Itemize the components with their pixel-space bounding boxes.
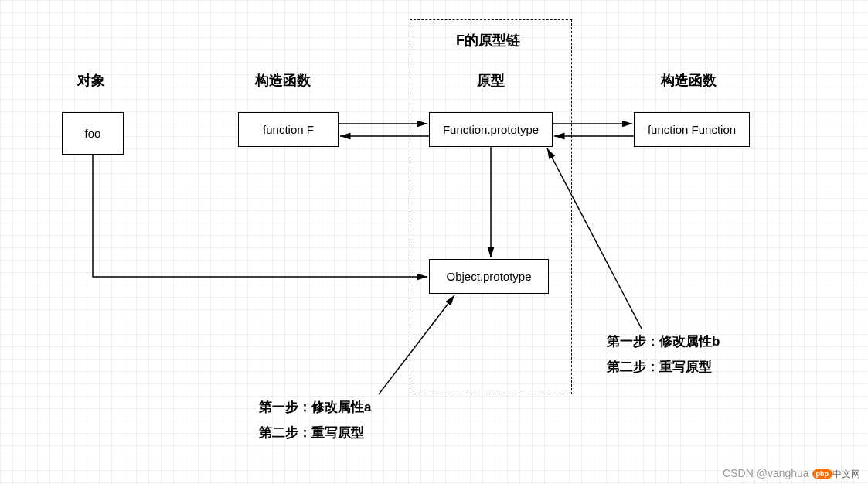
node-function-prototype: Function.prototype [429,112,553,147]
column-header-object: 对象 [77,71,105,90]
watermark-suffix: 中文网 [832,469,860,479]
watermark: CSDN @vanghua php中文网 [723,467,860,481]
watermark-logo: php [812,469,833,479]
annotation-object-prototype-line2: 第二步：重写原型 [259,424,364,441]
node-foo: foo [62,112,124,155]
annotation-function-prototype-line1: 第一步：修改属性b [607,332,720,350]
annotation-function-prototype-line2: 第二步：重写原型 [607,358,712,376]
chain-title: F的原型链 [456,31,520,49]
column-header-prototype: 原型 [477,71,505,90]
node-object-prototype: Object.prototype [429,259,549,294]
annotation-object-prototype-line1: 第一步：修改属性a [259,398,371,416]
node-function-function: function Function [634,112,750,147]
column-header-constructor-1: 构造函数 [255,71,311,90]
column-header-constructor-2: 构造函数 [661,71,717,90]
watermark-csdn: CSDN @vanghua [723,467,809,479]
node-function-f: function F [238,112,339,147]
arrow-foo-to-objproto [93,155,427,277]
